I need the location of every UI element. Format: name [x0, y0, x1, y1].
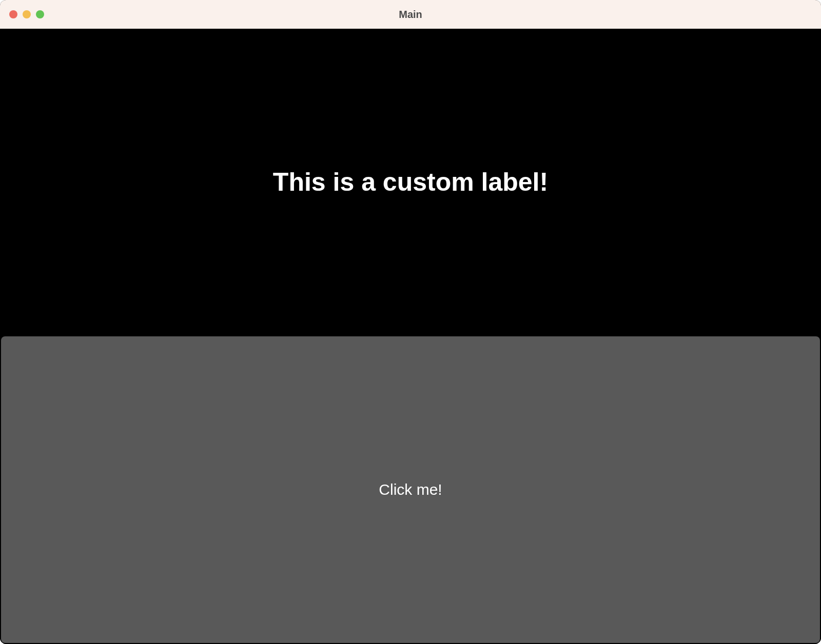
titlebar: Main [0, 0, 821, 29]
traffic-lights [0, 10, 44, 18]
window-title: Main [399, 9, 422, 21]
label-panel: This is a custom label! [0, 29, 821, 335]
custom-label: This is a custom label! [273, 167, 548, 197]
main-window: Main This is a custom label! Click me! [0, 0, 821, 644]
content-area: This is a custom label! Click me! [0, 29, 821, 644]
zoom-icon[interactable] [36, 10, 44, 18]
button-panel: Click me! [0, 335, 821, 644]
close-icon[interactable] [9, 10, 17, 18]
minimize-icon[interactable] [23, 10, 31, 18]
click-me-button-label: Click me! [379, 481, 442, 498]
click-me-button[interactable]: Click me! [1, 336, 820, 643]
